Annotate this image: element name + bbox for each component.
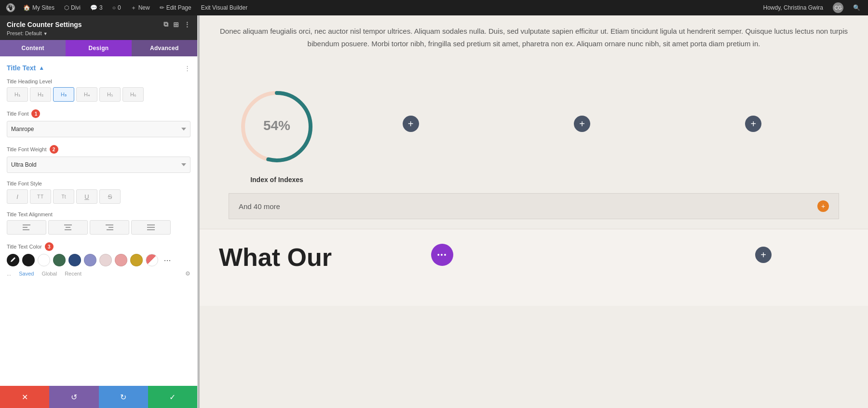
- color-swatch-coral-slash[interactable]: [146, 254, 158, 266]
- admin-bar-edit-page[interactable]: ✏ Edit Page: [156, 0, 195, 15]
- what-our-text: What Our: [219, 244, 332, 271]
- strikethrough-btn[interactable]: S: [99, 189, 121, 204]
- heading-h6-btn[interactable]: H₆: [122, 87, 144, 102]
- color-swatch-lavender[interactable]: [84, 254, 96, 266]
- color-mode-tabs: ... Saved Global Recent ⚙: [7, 270, 190, 277]
- color-tab-global[interactable]: Global: [41, 271, 57, 276]
- cancel-icon: ✕: [22, 393, 28, 402]
- admin-bar-avatar[interactable]: CG: [829, 0, 847, 15]
- tab-content[interactable]: Content: [0, 40, 66, 56]
- color-tab-recent[interactable]: Recent: [65, 271, 81, 276]
- color-swatch-navy[interactable]: [68, 254, 81, 266]
- add-buttons-row: + + +: [325, 116, 839, 151]
- heading-h1-btn[interactable]: H₁: [7, 87, 28, 102]
- title-font-style-label: Title Font Style: [7, 181, 190, 186]
- admin-bar-comments[interactable]: 💬 3: [86, 0, 107, 15]
- svg-rect-2: [23, 227, 27, 228]
- add-column-btn-3[interactable]: +: [745, 116, 761, 132]
- admin-bar-search[interactable]: 🔍: [849, 0, 864, 15]
- heading-level-buttons: H₁ H₂ H₃ H₄ H₅ H₆: [7, 87, 190, 102]
- floating-add-btn[interactable]: +: [755, 247, 772, 263]
- chevron-up-icon[interactable]: ▲: [39, 65, 44, 71]
- add-column-btn-2[interactable]: +: [574, 116, 590, 132]
- color-swatch-pink[interactable]: [115, 254, 127, 266]
- wp-logo[interactable]: [4, 1, 17, 14]
- title-font-style-field: Title Font Style I TT Tt U S: [7, 181, 190, 204]
- admin-bar-greeting: Howdy, Christina Gwira: [760, 0, 827, 15]
- heading-level-field: Title Heading Level H₁ H₂ H₃ H₄ H₅ H₆: [7, 79, 190, 102]
- panel-title-row: Circle Counter Settings ⧉ ⊞ ⋮: [7, 20, 190, 28]
- color-swatch-more[interactable]: ···: [161, 254, 174, 266]
- title-font-weight-field: Title Font Weight 2 Ultra Bold: [7, 145, 190, 173]
- color-swatch-gold[interactable]: [130, 254, 143, 266]
- heading-h3-btn[interactable]: H₃: [53, 87, 74, 102]
- and-more-section-wrapper: And 40 more +: [224, 193, 844, 219]
- circle-counter-label: Index of Indexes: [250, 176, 303, 184]
- and-more-plus-btn[interactable]: +: [817, 200, 829, 212]
- step-badge-1: 1: [31, 109, 40, 118]
- color-swatch-dark-green[interactable]: [53, 254, 66, 266]
- svg-rect-4: [64, 224, 72, 225]
- tab-advanced[interactable]: Advanced: [132, 40, 197, 56]
- cancel-button[interactable]: ✕: [0, 386, 49, 408]
- heading-h5-btn[interactable]: H₅: [99, 87, 121, 102]
- window-icon[interactable]: ⧉: [163, 20, 168, 28]
- align-justify-btn[interactable]: [131, 220, 171, 235]
- alignment-buttons: [7, 220, 190, 235]
- divi-icon: ⬡: [64, 4, 69, 11]
- heading-h2-btn[interactable]: H₂: [30, 87, 51, 102]
- redo-icon: ↻: [120, 393, 126, 402]
- svg-rect-12: [147, 229, 155, 230]
- section-title-text-header: Title Text ▲ ⋮: [7, 64, 190, 72]
- preset-label[interactable]: Preset: Default ▼: [7, 30, 190, 36]
- wp-admin-bar: 🏠 My Sites ⬡ Divi 💬 3 ○ 0 ＋ New ✏ Edit P…: [0, 0, 868, 15]
- title-font-weight-select[interactable]: Ultra Bold: [7, 157, 190, 173]
- edit-icon: ✏: [160, 4, 164, 11]
- home-icon: 🏠: [23, 4, 30, 11]
- color-picker-btn[interactable]: [7, 254, 19, 266]
- italic-btn[interactable]: I: [7, 189, 28, 204]
- color-settings-icon[interactable]: ⚙: [185, 270, 190, 277]
- redo-button[interactable]: ↻: [99, 386, 148, 408]
- panel-title: Circle Counter Settings: [7, 21, 82, 28]
- title-font-select[interactable]: Manrope: [7, 121, 190, 137]
- color-tab-more[interactable]: ...: [7, 271, 11, 276]
- tab-design[interactable]: Design: [66, 40, 131, 56]
- uppercase-btn[interactable]: TT: [30, 189, 51, 204]
- heading-h4-btn[interactable]: H₄: [76, 87, 97, 102]
- undo-button[interactable]: ↺: [49, 386, 98, 408]
- title-text-alignment-label: Title Text Alignment: [7, 211, 190, 217]
- add-column-btn-1[interactable]: +: [403, 116, 419, 132]
- section-more-icon[interactable]: ⋮: [184, 65, 190, 72]
- title-text-alignment-field: Title Text Alignment: [7, 211, 190, 235]
- and-more-text: And 40 more: [239, 202, 280, 211]
- title-font-field: Title Font 1 Manrope: [7, 109, 190, 137]
- admin-bar-divi[interactable]: ⬡ Divi: [60, 0, 84, 15]
- save-button[interactable]: ✓: [148, 386, 197, 408]
- save-icon: ✓: [169, 393, 176, 402]
- color-swatch-black[interactable]: [22, 254, 35, 266]
- admin-bar-my-sites[interactable]: 🏠 My Sites: [19, 0, 58, 15]
- svg-rect-3: [23, 229, 29, 230]
- floating-options-btn[interactable]: •••: [431, 244, 453, 266]
- circle-svg: 54%: [233, 83, 320, 170]
- section-title: Title Text ▲: [7, 64, 44, 72]
- admin-bar-comment-count[interactable]: ○ 0: [108, 0, 125, 15]
- capitalize-btn[interactable]: Tt: [53, 189, 74, 204]
- section-header-icons: ⋮: [184, 65, 190, 72]
- align-center-btn[interactable]: [48, 220, 88, 235]
- title-text-color-label: Title Text Color 3: [7, 242, 190, 251]
- more-icon[interactable]: ⋮: [184, 21, 190, 28]
- color-swatch-light-pink[interactable]: [99, 254, 112, 266]
- admin-bar-exit-builder[interactable]: Exit Visual Builder: [197, 0, 252, 15]
- color-swatch-white[interactable]: [38, 254, 50, 266]
- bottom-section: What Our ••• +: [200, 229, 868, 306]
- align-left-btn[interactable]: [7, 220, 46, 235]
- color-tab-saved[interactable]: Saved: [19, 271, 34, 276]
- bubble-icon: ○: [112, 4, 116, 11]
- title-font-weight-label: Title Font Weight 2: [7, 145, 190, 154]
- align-right-btn[interactable]: [90, 220, 129, 235]
- underline-btn[interactable]: U: [76, 189, 97, 204]
- grid-icon[interactable]: ⊞: [173, 21, 179, 28]
- admin-bar-new[interactable]: ＋ New: [127, 0, 154, 15]
